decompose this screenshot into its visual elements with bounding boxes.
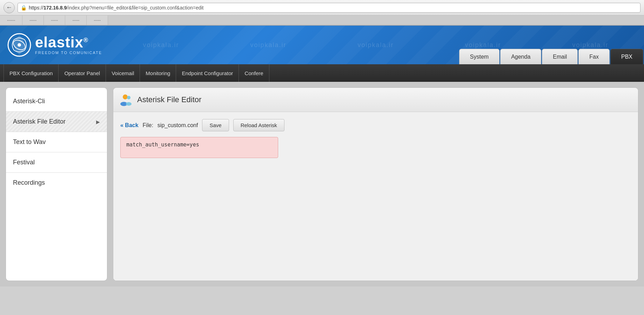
svg-point-2 [18, 43, 21, 47]
browser-tab-3[interactable]: ...... [44, 15, 65, 25]
editor-text: match_auth_username=yes [126, 142, 199, 148]
main-panel: Asterisk File Editor Back File: sip_cust… [113, 87, 638, 281]
browser-toolbar: ← 🔒 https://172.16.8.9/index.php?menu=fi… [0, 0, 644, 15]
secondary-nav: PBX Configuration Operator Panel Voicema… [0, 64, 644, 82]
nav-monitoring[interactable]: Monitoring [140, 64, 176, 82]
elastix-tagline: FREEDOM TO COMUNICATE [35, 51, 102, 55]
chevron-right-icon: ▶ [96, 119, 100, 125]
lock-icon: 🔒 [21, 5, 27, 11]
file-name: sip_custom.conf [157, 122, 198, 129]
logo-area: elastix® FREEDOM TO COMUNICATE [0, 27, 109, 63]
nav-conference[interactable]: Confere [239, 64, 269, 82]
back-link[interactable]: Back [120, 122, 139, 129]
sidebar-item-festival[interactable]: Festival [6, 152, 107, 173]
nav-voicemail[interactable]: Voicemail [106, 64, 140, 82]
svg-point-3 [123, 94, 128, 99]
sidebar-item-file-editor[interactable]: Asterisk File Editor ▶ [6, 112, 107, 132]
content-area: Asterisk-Cli Asterisk File Editor ▶ Text… [0, 82, 644, 287]
sidebar-label-recordings: Recordings [13, 179, 45, 186]
browser-back-button[interactable]: ← [4, 2, 15, 13]
logo-text: elastix® FREEDOM TO COMUNICATE [35, 35, 102, 55]
nav-endpoint-configurator[interactable]: Endpoint Configurator [176, 64, 239, 82]
sidebar-label-file-editor: Asterisk File Editor [13, 118, 66, 125]
tab-system[interactable]: System [459, 49, 499, 64]
browser-tab-1[interactable]: ....... [0, 15, 22, 25]
svg-point-4 [127, 96, 130, 99]
main-nav: System Agenda Email Fax PBX [459, 26, 644, 64]
nav-pbx-configuration[interactable]: PBX Configuration [4, 64, 59, 82]
tab-agenda[interactable]: Agenda [500, 49, 541, 64]
address-domain: 172.16.8.9 [43, 5, 67, 11]
browser-tab-4[interactable]: ...... [65, 15, 87, 25]
sidebar-label-festival: Festival [13, 159, 35, 166]
app-header: voipkala.ir voipkala.ir voipkala.ir voip… [0, 26, 644, 64]
tab-fax[interactable]: Fax [578, 49, 610, 64]
address-bar[interactable]: 🔒 https://172.16.8.9/index.php?menu=file… [18, 3, 640, 13]
panel-body: Back File: sip_custom.conf Save Reload A… [113, 112, 638, 281]
svg-point-6 [126, 102, 132, 106]
sidebar-item-recordings[interactable]: Recordings [6, 173, 107, 193]
address-path: /index.php?menu=file_editor&file=sip_cus… [67, 5, 203, 11]
panel-title: Asterisk File Editor [137, 95, 201, 104]
editor-content[interactable]: match_auth_username=yes [120, 137, 278, 158]
sidebar: Asterisk-Cli Asterisk File Editor ▶ Text… [6, 87, 107, 281]
browser-tab-5[interactable]: ...... [87, 15, 108, 25]
file-editor-icon [120, 93, 133, 106]
reload-asterisk-button[interactable]: Reload Asterisk [233, 119, 284, 131]
panel-header: Asterisk File Editor [113, 88, 638, 112]
sidebar-item-asterisk-cli[interactable]: Asterisk-Cli [6, 91, 107, 112]
nav-operator-panel[interactable]: Operator Panel [59, 64, 106, 82]
file-editor-toolbar: Back File: sip_custom.conf Save Reload A… [120, 119, 631, 131]
sidebar-label-asterisk-cli: Asterisk-Cli [13, 98, 45, 105]
sidebar-label-text-to-wav: Text to Wav [13, 138, 46, 146]
tab-pbx[interactable]: PBX [610, 49, 643, 64]
address-protocol: https:// [29, 5, 43, 11]
tab-email[interactable]: Email [542, 49, 578, 64]
browser-tab-2[interactable]: ...... [22, 15, 44, 25]
browser-tabs: ....... ...... ...... ...... ...... [0, 15, 644, 25]
sidebar-item-text-to-wav[interactable]: Text to Wav [6, 132, 107, 152]
browser-chrome: ← 🔒 https://172.16.8.9/index.php?menu=fi… [0, 0, 644, 26]
file-label: File: [143, 122, 153, 129]
elastix-brand-name: elastix® [35, 35, 102, 50]
elastix-logo-icon [7, 33, 32, 57]
save-button[interactable]: Save [202, 119, 229, 131]
